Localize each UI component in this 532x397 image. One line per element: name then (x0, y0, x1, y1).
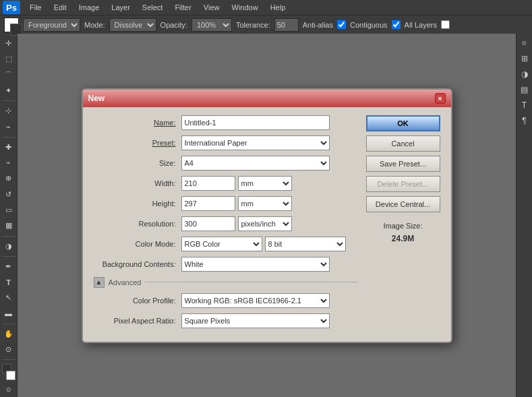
eyedropper-tool[interactable]: ⌁ (1, 119, 16, 133)
preset-select[interactable]: International Paper Default Photoshop Si… (181, 135, 330, 150)
height-label: Height: (94, 200, 181, 208)
pixel-aspect-select[interactable]: Square Pixels D1/DV NTSC (0.91) D1/DV PA… (181, 313, 330, 328)
contiguous-checkbox[interactable] (392, 20, 401, 29)
menu-file[interactable]: File (24, 2, 47, 13)
tool-preset-select[interactable]: Foreground (23, 18, 80, 32)
opacity-label: Opacity: (160, 21, 187, 29)
menu-items: File Edit Image Layer Select Filter View… (24, 2, 291, 13)
hand-tool[interactable]: ✋ (1, 327, 16, 341)
left-toolbar: ✛ ⬚ ⌒ ✦ ⊹ ⌁ ✚ ⌁ ⊕ ↺ ▭ ▦ ◑ ✒ T ↖ ▬ ✋ ⊙ ⊙ (0, 34, 18, 397)
mode-select[interactable]: Dissolve (109, 18, 156, 32)
magic-wand-tool[interactable]: ✦ (1, 84, 16, 98)
menu-help[interactable]: Help (265, 2, 291, 13)
dialog-titlebar: New × (83, 90, 451, 107)
tolerance-input[interactable] (274, 18, 299, 32)
tool-separator-1 (2, 100, 16, 101)
name-label: Name: (94, 119, 181, 127)
name-row: Name: (94, 115, 358, 130)
menu-window[interactable]: Window (227, 2, 264, 13)
menu-select[interactable]: Select (137, 2, 169, 13)
advanced-row: ▲ Advanced (94, 277, 358, 288)
advanced-label: Advanced (109, 278, 142, 286)
dialog-overlay: New × Name: Preset: (18, 34, 516, 397)
dialog-close-button[interactable]: × (435, 93, 446, 104)
resolution-label: Resolution: (94, 220, 181, 228)
panel-btn-4[interactable]: ▤ (518, 83, 531, 96)
text-tool[interactable]: T (1, 275, 16, 289)
panel-btn-1[interactable]: ⌗ (518, 36, 531, 50)
main-layout: ✛ ⬚ ⌒ ✦ ⊹ ⌁ ✚ ⌁ ⊕ ↺ ▭ ▦ ◑ ✒ T ↖ ▬ ✋ ⊙ ⊙ (0, 34, 532, 397)
gradient-tool[interactable]: ▦ (1, 218, 16, 233)
dodge-tool[interactable]: ◑ (1, 239, 16, 253)
path-selection-tool[interactable]: ↖ (1, 291, 16, 305)
all-layers-checkbox[interactable] (441, 20, 450, 29)
menu-layer[interactable]: Layer (106, 2, 136, 13)
anti-alias-label: Anti-alias (303, 21, 333, 29)
options-bar: Foreground Mode: Dissolve Opacity: 100% … (0, 15, 532, 34)
width-input[interactable] (181, 176, 235, 191)
panel-btn-3[interactable]: ◑ (518, 67, 531, 81)
size-select[interactable]: A4 A3 Letter (181, 156, 330, 171)
zoom-mode-tool[interactable]: ⊙ (1, 383, 16, 397)
color-mode-select[interactable]: RGB Color CMYK Color Grayscale (181, 237, 262, 251)
cancel-button[interactable]: Cancel (366, 135, 440, 152)
opacity-select[interactable]: 100% (191, 18, 232, 32)
crop-tool[interactable]: ⊹ (1, 104, 16, 118)
marquee-tool[interactable]: ⬚ (1, 52, 16, 66)
width-unit-select[interactable]: mm pixels inches cm (238, 176, 292, 191)
tool-separator-5 (2, 324, 16, 324)
move-tool[interactable]: ✛ (1, 36, 16, 51)
width-row: Width: mm pixels inches cm (94, 176, 358, 191)
menu-image[interactable]: Image (73, 2, 105, 13)
tool-separator-2 (2, 137, 16, 138)
panel-btn-6[interactable]: ¶ (518, 114, 531, 127)
history-brush-tool[interactable]: ↺ (1, 187, 16, 202)
eraser-tool[interactable]: ▭ (1, 203, 16, 217)
height-unit-select[interactable]: mm pixels inches cm (238, 196, 292, 211)
height-row: Height: mm pixels inches cm (94, 196, 358, 211)
delete-preset-button[interactable]: Delete Preset... (366, 176, 440, 192)
contiguous-label: Contiguous (350, 21, 388, 29)
panel-btn-5[interactable]: T (518, 98, 531, 112)
new-dialog: New × Name: Preset: (82, 88, 452, 343)
lasso-tool[interactable]: ⌒ (1, 68, 16, 82)
ok-button[interactable]: OK (366, 115, 440, 131)
color-profile-select[interactable]: Working RGB: sRGB IEC61966-2.1 (181, 293, 330, 308)
height-input[interactable] (181, 196, 235, 211)
menu-filter[interactable]: Filter (169, 2, 196, 13)
resolution-input[interactable] (181, 216, 235, 231)
zoom-tool[interactable]: ⊙ (1, 342, 16, 357)
mode-label: Mode: (84, 21, 105, 29)
background-color-swatch[interactable] (6, 371, 16, 380)
preset-row: Preset: International Paper Default Phot… (94, 135, 358, 150)
device-central-button[interactable]: Device Central... (366, 196, 440, 212)
brush-tool[interactable]: ⌁ (1, 156, 16, 170)
resolution-unit-select[interactable]: pixels/inch pixels/cm (238, 216, 292, 231)
menu-edit[interactable]: Edit (49, 2, 72, 13)
color-profile-label: Color Profile: (94, 297, 181, 305)
color-swatch[interactable] (4, 18, 19, 32)
clone-tool[interactable]: ⊕ (1, 171, 16, 185)
bg-contents-select[interactable]: White Background Color Transparent (181, 257, 330, 272)
tool-separator-4 (2, 256, 16, 257)
panel-btn-2[interactable]: ⊞ (518, 52, 531, 65)
bg-contents-row: Background Contents: White Background Co… (94, 257, 358, 272)
name-input[interactable] (181, 115, 330, 130)
menu-bar: Ps File Edit Image Layer Select Filter V… (0, 0, 532, 15)
bg-contents-label: Background Contents: (94, 260, 181, 268)
anti-alias-checkbox[interactable] (337, 20, 346, 29)
color-mode-label: Color Mode: (94, 240, 181, 248)
resolution-size-row: pixels/inch pixels/cm (181, 216, 292, 231)
advanced-toggle[interactable]: ▲ (94, 277, 105, 288)
canvas-area: New × Name: Preset: (18, 34, 516, 397)
right-panel: ⌗ ⊞ ◑ ▤ T ¶ (516, 34, 532, 397)
healing-tool[interactable]: ✚ (1, 140, 16, 154)
width-label: Width: (94, 179, 181, 187)
bit-depth-select[interactable]: 8 bit 16 bit 32 bit (265, 237, 346, 251)
pen-tool[interactable]: ✒ (1, 259, 16, 274)
shape-tool[interactable]: ▬ (1, 307, 16, 321)
save-preset-button[interactable]: Save Preset... (366, 156, 440, 172)
advanced-divider (145, 282, 357, 282)
menu-view[interactable]: View (198, 2, 225, 13)
color-mode-size-row: RGB Color CMYK Color Grayscale 8 bit 16 … (181, 237, 346, 251)
